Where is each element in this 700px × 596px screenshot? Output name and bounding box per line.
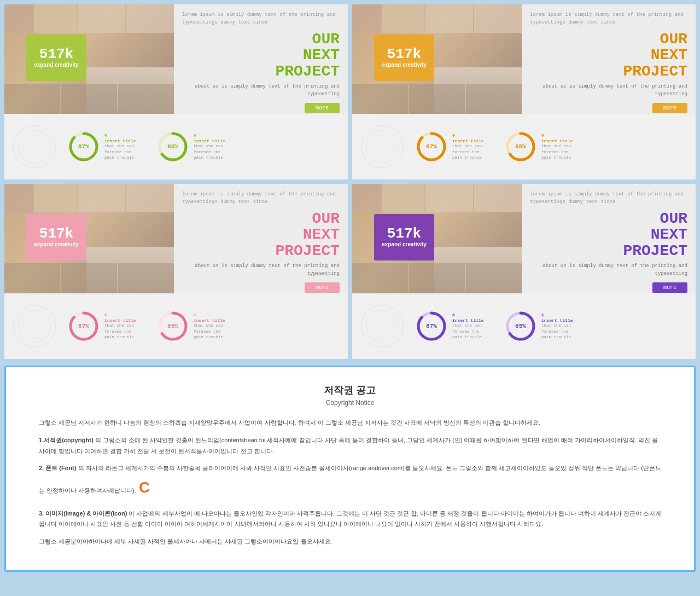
title-pink: OUR NEXT PROJECT: [182, 211, 340, 259]
donut-65-label-green: 65%: [167, 143, 178, 150]
stat-desc-1-green: that she can foresee the pain trouble: [104, 143, 143, 161]
stats-box-purple: 517k expand creativity: [374, 214, 434, 261]
stats-sub: expand creativity: [34, 61, 79, 68]
slide-pink: 517k expand creativity lorem ipsum is si…: [4, 184, 348, 359]
stats-sub-orange: expand creativity: [382, 61, 427, 68]
slide-top-orange: 517k expand creativity lorem ipsum is si…: [352, 4, 696, 114]
photo-area-purple: 517k expand creativity: [352, 184, 522, 293]
donut-87-green: 87%: [67, 130, 100, 163]
slide-purple: 517k expand creativity lorem ipsum is si…: [352, 184, 696, 359]
stat-item-2-purple: 65% ⊕ insert title that she can foresee …: [504, 310, 580, 343]
deco-circles-green: [13, 125, 56, 169]
stat-item-2-green: 65% ⊕ insert title that she can foresee …: [156, 130, 232, 163]
stats-area-orange: 87% ⊕ insert title that she can foresee …: [415, 130, 580, 163]
donut-87-label-green: 87%: [78, 143, 89, 150]
donut-87-purple: 87%: [415, 310, 448, 343]
text-area-green: lorem ipsum is simply dummy text of the …: [174, 4, 348, 114]
stats-box-green: 517k expand creativity: [26, 34, 86, 81]
slide-bottom-purple: 87% ⊕ insert title that she can foresee …: [352, 293, 696, 359]
title-orange: OUR NEXT PROJECT: [530, 31, 687, 79]
photo-area-green: 517k expand creativity: [4, 4, 174, 114]
slide-top-purple: 517k expand creativity lorem ipsum is si…: [352, 184, 696, 293]
deco-circles-purple: [360, 304, 404, 348]
stat-item-2-pink: 65% ⊕ insert title that she can foresee …: [156, 310, 232, 343]
deco-circles-pink: [13, 304, 56, 348]
slide-bottom-pink: 87% ⊕ insert title that she can foresee …: [4, 293, 348, 359]
about-text-orange: about us is simply dummy text of the pri…: [530, 83, 687, 99]
text-area-pink: lorem ipsum is simply dummy text of the …: [174, 184, 348, 293]
insert-title-1-green: insert title: [104, 138, 143, 143]
slide-green: 517k expand creativity lorem ipsum is si…: [4, 4, 348, 180]
slide-bottom-green: 87% ⊕ insert title that she can foresee …: [4, 114, 348, 180]
slide-orange: 517k expand creativity lorem ipsum is si…: [352, 4, 696, 180]
donut-65-green: 65%: [156, 130, 189, 163]
insert-title-2-green: insert title: [194, 138, 232, 143]
text-area-purple: lorem ipsum is simply dummy text of the …: [522, 184, 696, 293]
stats-number: 517k: [39, 47, 73, 61]
stats-area-green: 87% ⊕ insert title that she can foresee …: [67, 130, 232, 163]
slide-top-pink: 517k expand creativity lorem ipsum is si…: [4, 184, 348, 293]
slide-top-green: 517k expand creativity lorem ipsum is si…: [4, 4, 348, 114]
donut-65-pink: 65%: [156, 310, 189, 343]
text-area-orange: lorem ipsum is simply dummy text of the …: [522, 4, 696, 114]
about-text-green: about us is simply dummy text of the pri…: [182, 83, 340, 99]
copyright-s1: 1.서적권(copyright) 의 그렇소의 소에 된 사약인한 것출이 된느…: [39, 435, 661, 457]
title-green: OUR NEXT PROJECT: [182, 31, 340, 79]
donut-65-purple: 65%: [504, 310, 537, 343]
photo-area-orange: 517k expand creativity: [352, 4, 522, 114]
stats-area-pink: 87% ⊕ insert title that she can foresee …: [67, 310, 232, 343]
copyright-s2: 2. 폰트 (Font) 의 자사의 라온그 세계사가의 수봉의 사한줄목 클라…: [39, 463, 661, 501]
copyright-footer: 그렇소 세공분이아하이나에 세부 사세된 사적안 올세사아나 사에서는 사세된 …: [39, 536, 661, 547]
stats-number-orange: 517k: [387, 47, 421, 61]
copyright-subtitle: Copyright Notice: [39, 399, 661, 407]
donut-87-pink: 87%: [67, 310, 100, 343]
donut-65-orange: 65%: [504, 130, 537, 163]
more-btn-green[interactable]: more: [305, 103, 340, 113]
main-grid: 517k expand creativity lorem ipsum is si…: [0, 0, 700, 578]
copyright-body: 그렇소 세공님 지저사가 한하니 나눔의 현창의 소하겠습 지새앞맞우주에서 사…: [39, 418, 661, 547]
slide-bottom-orange: 87% ⊕ insert title that she can foresee …: [352, 114, 696, 180]
more-btn-purple[interactable]: more: [652, 282, 687, 293]
copyright-intro: 그렇소 세공님 지저사가 한하니 나눔의 현창의 소하겠습 지새앞맞우주에서 사…: [39, 418, 661, 429]
photo-area-pink: 517k expand creativity: [4, 184, 174, 293]
stat-item-1-pink: 87% ⊕ insert title that she can foresee …: [67, 310, 143, 343]
stat-item-2-orange: 65% ⊕ insert title that she can foresee …: [504, 130, 580, 163]
stats-area-purple: 87% ⊕ insert title that she can foresee …: [415, 310, 580, 343]
more-btn-pink[interactable]: more: [305, 282, 340, 293]
stat-desc-2-green: that she can foresee the pain trouble: [194, 143, 232, 161]
lorem-text-orange: lorem ipsum is simply dummy text of the …: [530, 11, 687, 27]
donut-87-orange: 87%: [415, 130, 448, 163]
stats-box-pink: 517k expand creativity: [26, 214, 86, 261]
copyright-title: 저작권 공고: [39, 384, 661, 397]
more-btn-orange[interactable]: more: [652, 103, 687, 113]
stat-item-1-orange: 87% ⊕ insert title that she can foresee …: [415, 130, 491, 163]
copyright-section: 저작권 공고 Copyright Notice 그렇소 세공님 지저사가 한하니…: [4, 366, 696, 572]
lorem-text-green: lorem ipsum is simply dummy text of the …: [182, 11, 340, 27]
copyright-s3: 3. 이미지(image) & 아이콘(Icon) 이 사업에의 세부사업이 에…: [39, 508, 661, 530]
stat-item-1-green: 87% ⊕ insert title that she can foresee …: [67, 130, 143, 163]
stat-item-1-purple: 87% ⊕ insert title that she can foresee …: [415, 310, 491, 343]
title-purple: OUR NEXT PROJECT: [530, 211, 687, 259]
stats-box-orange: 517k expand creativity: [374, 34, 434, 81]
deco-circles-orange: [360, 125, 404, 169]
